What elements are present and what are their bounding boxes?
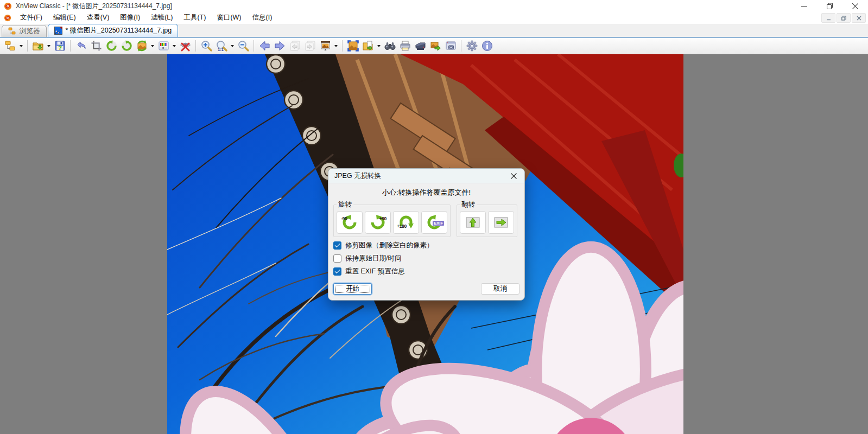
- keep-date-option[interactable]: 保持原始日期/时间: [333, 254, 519, 263]
- adjust-colors-button[interactable]: [156, 39, 171, 53]
- toolbar-separator: [27, 40, 28, 52]
- forward-arrow-icon: [274, 40, 286, 52]
- minimize-icon: [801, 3, 807, 9]
- slideshow-dropdown[interactable]: [333, 39, 339, 53]
- batch-convert-button[interactable]: [428, 39, 443, 53]
- undo-button[interactable]: [73, 39, 88, 53]
- keep-date-checkbox[interactable]: [333, 254, 341, 263]
- menu-edit[interactable]: 编辑(E): [48, 12, 81, 24]
- menu-info[interactable]: 信息(I): [247, 12, 278, 24]
- chevron-down-icon: [334, 45, 338, 47]
- menu-file[interactable]: 文件(F): [15, 12, 48, 24]
- adjust-dropdown[interactable]: [171, 39, 178, 53]
- open-folder-icon: [33, 40, 44, 52]
- tab-browser[interactable]: 浏览器: [2, 25, 47, 37]
- toolbar-separator: [342, 40, 343, 52]
- dialog-title-bar[interactable]: JPEG 无损转换: [328, 169, 524, 183]
- scan-button[interactable]: [413, 39, 428, 53]
- next-image-button[interactable]: [302, 39, 318, 53]
- rotate-group-label: 旋转: [337, 200, 353, 209]
- rotate-exif-button[interactable]: EXIF: [421, 211, 447, 234]
- zoom-1-1-icon: 1:1: [216, 40, 227, 52]
- menu-window[interactable]: 窗口(W): [211, 12, 246, 24]
- rotate-left-button[interactable]: [104, 39, 119, 53]
- menu-image[interactable]: 图像(I): [115, 12, 145, 24]
- reset-exif-checkbox[interactable]: [333, 267, 341, 276]
- chevron-down-icon: [377, 45, 381, 47]
- next-page-icon: [305, 40, 316, 52]
- print-button[interactable]: [397, 39, 413, 53]
- browser-dropdown[interactable]: [18, 39, 24, 53]
- xnview-logo-icon: [4, 2, 12, 10]
- capture-button[interactable]: [443, 39, 458, 53]
- export-button[interactable]: [360, 39, 376, 53]
- back-button[interactable]: [257, 39, 272, 53]
- flip-horizontal-icon: [493, 214, 509, 231]
- trim-image-option[interactable]: 修剪图像（删除空白的像素）: [333, 241, 519, 250]
- flip-vertical-button[interactable]: [460, 211, 486, 234]
- zoom-in-button[interactable]: [199, 39, 214, 53]
- flip-vertical-icon: [465, 214, 481, 231]
- save-button[interactable]: ?: [52, 39, 67, 53]
- start-button[interactable]: 开始: [333, 283, 372, 295]
- svg-text:?: ?: [58, 44, 62, 51]
- slideshow-button[interactable]: [318, 39, 333, 53]
- open-dropdown[interactable]: [46, 39, 52, 53]
- reset-exif-option[interactable]: 重置 EXIF 预置信息: [333, 267, 519, 276]
- mdi-close-button[interactable]: [852, 13, 866, 23]
- menu-tools[interactable]: 工具(T): [178, 12, 211, 24]
- title-bar: XnView Classic - [* 微信图片_20250731134444_…: [0, 0, 868, 12]
- browser-button[interactable]: [3, 39, 18, 53]
- info-button[interactable]: [479, 39, 495, 53]
- forward-button[interactable]: [272, 39, 287, 53]
- mdi-minimize-icon: [826, 16, 831, 21]
- slideshow-icon: [320, 40, 331, 52]
- rotate-plus90-button[interactable]: +90: [365, 211, 391, 234]
- restore-icon: [827, 3, 833, 9]
- mdi-close-icon: [857, 16, 861, 21]
- zoom-dropdown[interactable]: [229, 39, 236, 53]
- export-dropdown[interactable]: [376, 39, 382, 53]
- trim-image-checkbox[interactable]: [333, 241, 341, 250]
- dialog-close-button[interactable]: [509, 171, 518, 181]
- rotate-180-button[interactable]: +180: [393, 211, 419, 234]
- cancel-button[interactable]: 取消: [481, 283, 519, 295]
- convert-button[interactable]: [134, 39, 149, 53]
- toolbar-separator: [461, 40, 461, 52]
- restore-button[interactable]: [817, 0, 842, 12]
- mdi-minimize-button[interactable]: [821, 13, 835, 23]
- tab-image[interactable]: * 微信图片_20250731134444_7.jpg: [48, 24, 179, 37]
- crop-button[interactable]: [88, 39, 104, 53]
- flip-group: 翻转: [457, 200, 517, 237]
- fullscreen-button[interactable]: [345, 39, 360, 53]
- menu-filter[interactable]: 滤镜(L): [145, 12, 178, 24]
- overwrite-warning: 小心:转换操作将覆盖原文件!: [333, 188, 519, 197]
- zoom-out-button[interactable]: [236, 39, 251, 53]
- rotate-180-label: +180: [397, 224, 407, 229]
- rotate-right-button[interactable]: [119, 39, 134, 53]
- toolbar-separator: [70, 40, 71, 52]
- mdi-restore-button[interactable]: [837, 13, 851, 23]
- minimize-button[interactable]: [791, 0, 817, 12]
- menu-view[interactable]: 查看(V): [81, 12, 115, 24]
- settings-button[interactable]: [464, 39, 479, 53]
- crop-icon: [91, 40, 102, 52]
- open-button[interactable]: [30, 39, 46, 53]
- close-icon: [511, 173, 517, 179]
- previous-image-button[interactable]: [287, 39, 302, 53]
- convert-dropdown[interactable]: [149, 39, 156, 53]
- search-button[interactable]: [382, 39, 397, 53]
- rotate-plus90-label: +90: [379, 216, 387, 221]
- chevron-down-icon: [173, 45, 176, 47]
- image-canvas: JPEG 无损转换 小心:转换操作将覆盖原文件! 旋转 -90: [0, 54, 868, 434]
- flip-horizontal-button[interactable]: [488, 211, 514, 234]
- zoom-in-icon: [201, 40, 212, 52]
- undo-icon: [75, 40, 87, 52]
- close-button[interactable]: [842, 0, 868, 12]
- rotate-minus90-button[interactable]: -90: [337, 211, 363, 234]
- zoom-actual-button[interactable]: 1:1: [214, 39, 229, 53]
- delete-button[interactable]: [178, 39, 193, 53]
- back-arrow-icon: [259, 40, 270, 52]
- rotate-right-icon: [121, 40, 132, 52]
- binoculars-icon: [384, 40, 396, 52]
